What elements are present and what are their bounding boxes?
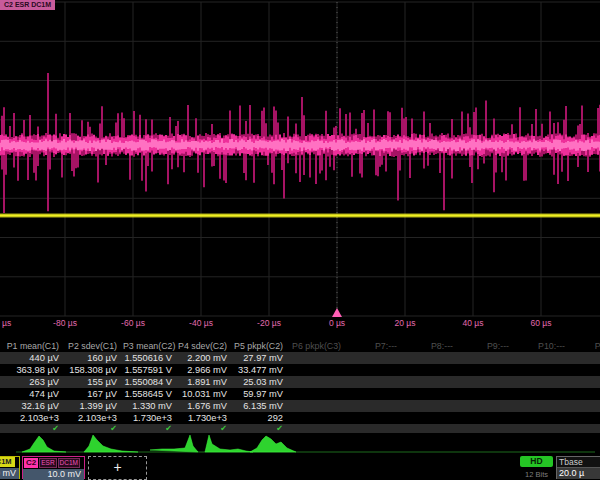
- waveform-plot: [0, 0, 600, 336]
- measurement-header[interactable]: P2 sdev(C1): [65, 340, 123, 352]
- measurement-value: [403, 376, 459, 388]
- measurement-value: 363.98 µV: [0, 364, 65, 376]
- add-trace-button[interactable]: +: [88, 456, 147, 480]
- measurement-value: 474 µV: [0, 388, 65, 400]
- measurement-value: [347, 412, 403, 424]
- measurement-value: [571, 388, 600, 400]
- measurement-value: 1.558645 V: [123, 388, 178, 400]
- measurement-value: [403, 388, 459, 400]
- measurement-value: 160 µV: [65, 352, 123, 364]
- measurement-header[interactable]: P3 mean(C2): [123, 340, 178, 352]
- c1-vdiv-value: 0 mV: [0, 468, 19, 479]
- measurement-value: 155 µV: [65, 376, 123, 388]
- measurement-header[interactable]: P7:---: [347, 340, 403, 352]
- histicon: [84, 435, 138, 452]
- measurement-value: [459, 412, 515, 424]
- timebase-descriptor[interactable]: Tbase 20.0 µ: [556, 456, 600, 479]
- time-axis-label: -20 µs: [257, 318, 281, 328]
- time-axis-label: 20 µs: [395, 318, 416, 328]
- measurement-value: [289, 364, 347, 376]
- hd-mode-indicator[interactable]: HD 12 Bits: [520, 456, 556, 479]
- measurement-header[interactable]: P10:---: [515, 340, 571, 352]
- measurement-value: [289, 352, 347, 364]
- measurement-value: 10.031 mV: [178, 388, 233, 400]
- trigger-position-marker: [332, 308, 342, 317]
- measurement-value: 25.03 mV: [233, 376, 289, 388]
- measurement-value: [571, 352, 600, 364]
- measurement-value: [459, 364, 515, 376]
- waveform-grid: C2 ESR DC1M -100 µs-80 µs-60 µs-40 µs-20…: [0, 0, 600, 336]
- measurement-value: [571, 412, 600, 424]
- measurement-value: [347, 352, 403, 364]
- measurement-value: 292: [233, 412, 289, 424]
- measurement-header[interactable]: P4 sdev(C2): [178, 340, 233, 352]
- measurement-header[interactable]: P5 pkpk(C2): [233, 340, 289, 352]
- measurement-header[interactable]: P11:---: [571, 340, 600, 352]
- measurement-histicons: [0, 431, 600, 456]
- measurement-value: 1.730e+3: [123, 412, 178, 424]
- time-axis-label: 0 µs: [329, 318, 345, 328]
- time-axis-label: -60 µs: [121, 318, 145, 328]
- measurement-value: [289, 388, 347, 400]
- measurement-value: 27.97 mV: [233, 352, 289, 364]
- measurement-value: 1.676 mV: [178, 400, 233, 412]
- measurement-value: [571, 376, 600, 388]
- measurement-value: [403, 400, 459, 412]
- channel-descriptor-c2[interactable]: C2 ESR DC1M 10.0 mV: [22, 456, 85, 479]
- measurement-value: [571, 364, 600, 376]
- c2-coupling-badge: DC1M: [58, 458, 80, 468]
- measurement-value: [515, 400, 571, 412]
- measurement-value: 1.550084 V: [123, 376, 178, 388]
- measurement-value: [347, 364, 403, 376]
- measurement-value: 2.966 mV: [178, 364, 233, 376]
- measurement-value: 1.891 mV: [178, 376, 233, 388]
- measurement-value: 2.103e+3: [65, 412, 123, 424]
- measurement-value: [515, 412, 571, 424]
- measurement-header[interactable]: P9:---: [459, 340, 515, 352]
- measurement-value: [515, 352, 571, 364]
- time-axis-label: -100 µs: [0, 318, 11, 328]
- histicon: [22, 436, 66, 452]
- time-axis-label: 60 µs: [531, 318, 552, 328]
- grid-trace-label[interactable]: C2 ESR DC1M: [0, 0, 55, 10]
- table-row: P1 mean(C1)P2 sdev(C1)P3 mean(C2)P4 sdev…: [0, 340, 600, 352]
- measurement-value: [515, 364, 571, 376]
- measurement-value: 32.16 µV: [0, 400, 65, 412]
- tbase-value: 20.0 µ: [557, 468, 600, 479]
- channel-descriptor-c1[interactable]: DC1M 0 mV: [0, 456, 20, 479]
- measurement-value: [403, 352, 459, 364]
- c2-vdiv-value: 10.0 mV: [23, 469, 84, 480]
- measurement-value: 158.308 µV: [65, 364, 123, 376]
- measurement-value: [571, 400, 600, 412]
- measurement-header[interactable]: P1 mean(C1): [0, 340, 65, 352]
- measurement-value: 1.550616 V: [123, 352, 178, 364]
- hd-badge: HD: [520, 456, 553, 467]
- measurement-value: [459, 352, 515, 364]
- measurement-value: 6.135 mV: [233, 400, 289, 412]
- measurement-header[interactable]: P8:---: [403, 340, 459, 352]
- measurement-value: 1.557591 V: [123, 364, 178, 376]
- measurement-value: [347, 376, 403, 388]
- time-axis-label: 40 µs: [463, 318, 484, 328]
- measurement-value: [403, 364, 459, 376]
- measurement-value: [459, 388, 515, 400]
- tbase-label: Tbase: [557, 457, 600, 468]
- table-row: 263 µV155 µV1.550084 V1.891 mV25.03 mV: [0, 376, 600, 388]
- table-row: 2.103e+32.103e+31.730e+31.730e+3292: [0, 412, 600, 424]
- oscilloscope-screen: C2 ESR DC1M -100 µs-80 µs-60 µs-40 µs-20…: [0, 0, 600, 480]
- measurement-value: [515, 376, 571, 388]
- measurement-value: [289, 412, 347, 424]
- hd-bits-label: 12 Bits: [520, 470, 553, 479]
- c1-coupling-badge: DC1M: [0, 457, 15, 467]
- measurement-value: 2.200 mV: [178, 352, 233, 364]
- measurement-value: 1.730e+3: [178, 412, 233, 424]
- measurement-value: [347, 400, 403, 412]
- measurement-header[interactable]: P6 pkpk(C3): [289, 340, 347, 352]
- measurement-value: [459, 400, 515, 412]
- measurement-value: 1.330 mV: [123, 400, 178, 412]
- histicon: [150, 435, 198, 452]
- measurement-value: 167 µV: [65, 388, 123, 400]
- measurement-table: P1 mean(C1)P2 sdev(C1)P3 mean(C2)P4 sdev…: [0, 340, 600, 433]
- histicon: [205, 435, 253, 452]
- measurement-value: [459, 376, 515, 388]
